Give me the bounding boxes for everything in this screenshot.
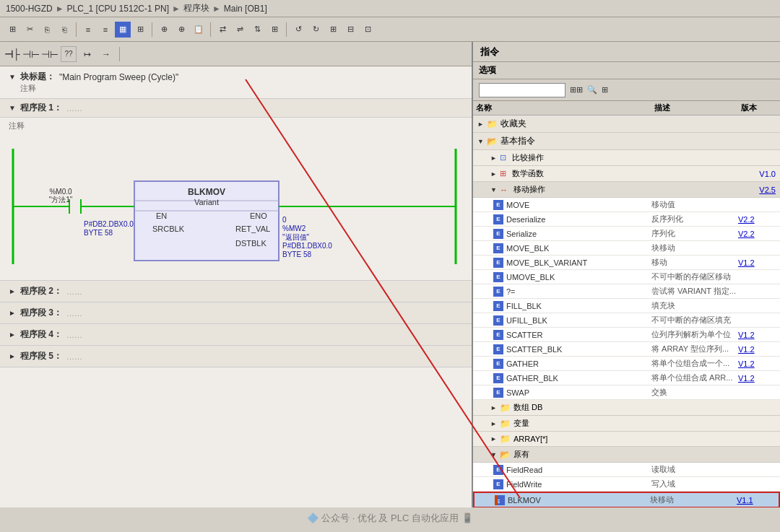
seg2-dots: …… [66, 287, 82, 296]
svg-text:P#DB1.DBX0.0: P#DB1.DBX0.0 [282, 242, 332, 250]
cat-array-star-label: ARRAY[*] [514, 435, 547, 443]
seg4-label: 程序段 4： [20, 328, 62, 341]
array-star-icon: 📁 [500, 434, 511, 444]
toolbar-btn-9[interactable]: ⊕ [156, 22, 172, 38]
item-MOVE_BLK[interactable]: EMOVE_BLK 块移动 [473, 241, 780, 256]
breadcrumb-part-3[interactable]: Main [OB1] [224, 4, 267, 14]
svg-text:SRCBLK: SRCBLK [152, 224, 185, 233]
instruction-tree[interactable]: 名称 描述 版本 ► 📁 收藏夹 ▼ 📂 基本指令 ► ⊡ 比较操作 [473, 101, 780, 507]
rung-area: %M0.0 "方法1" BLKMOV Variant EN ENO SRCBLK… [0, 133, 472, 280]
item-FILL_BLK[interactable]: EFILL_BLK 填充块 [473, 299, 780, 313]
Ser-icon: E [493, 229, 503, 239]
toolbar-btn-5[interactable]: ≡ [80, 22, 96, 38]
toolbar-btn-20[interactable]: ⊡ [360, 22, 376, 38]
expand-icon[interactable]: ⊞ [602, 85, 608, 95]
seg4-dots: …… [66, 331, 82, 339]
toolbar-btn-14[interactable]: ⇅ [249, 22, 265, 38]
seg1-triangle[interactable]: ▼ [9, 104, 16, 112]
item-FieldRead[interactable]: EFieldRead 读取域 [473, 463, 780, 477]
item-SCATTER_BLK[interactable]: ESCATTER_BLK 将 ARRAY 型位序列... V1.2 [473, 342, 780, 357]
cat-original[interactable]: ▼ 📂 原有 [473, 447, 780, 463]
tree-header: 名称 描述 版本 [473, 101, 780, 115]
contact-p-btn[interactable]: ⊣⊢ [42, 46, 58, 62]
cat-compare[interactable]: ► ⊡ 比较操作 [473, 150, 780, 166]
item-BLKMOV[interactable]: E BLKMOV 块移动 V1.1 [473, 492, 780, 507]
MOVEBLK-icon: E [493, 243, 503, 253]
contact-q-btn[interactable]: ?? [61, 46, 77, 62]
seg3-triangle: ► [9, 309, 16, 317]
block-title-triangle[interactable]: ▼ [9, 73, 16, 81]
cat-basic[interactable]: ▼ 📂 基本指令 [473, 133, 780, 150]
search-input[interactable] [479, 83, 566, 97]
toolbar-btn-2[interactable]: ✂ [22, 22, 38, 38]
toolbar-btn-12[interactable]: ⇄ [214, 22, 230, 38]
toolbar-btn-10[interactable]: ⊕ [173, 22, 189, 38]
item-Serialize[interactable]: ESerialize 序列化 V2.2 [473, 227, 780, 241]
coil-btn[interactable]: ↦ [79, 46, 95, 62]
toolbar-btn-18[interactable]: ⊞ [325, 22, 341, 38]
item-GATHER[interactable]: EGATHER 将单个位组合成一个... V1.2 [473, 357, 780, 371]
cat-array-star[interactable]: ► 📁 ARRAY[*] [473, 432, 780, 447]
basic-folder-icon: 📂 [487, 136, 498, 147]
contact-no-btn[interactable]: ⊣⊢ [23, 46, 39, 62]
item-Deserialize[interactable]: EDeserialize 反序列化 V2.2 [473, 212, 780, 227]
cat-math[interactable]: ► ⊞ 数学函数 V1.0 [473, 166, 780, 182]
item-MOVE_BLK_VARIANT[interactable]: EMOVE_BLK_VARIANT 移动 V1.2 [473, 256, 780, 270]
seg3-label: 程序段 3： [20, 307, 62, 319]
cat-array-db[interactable]: ► 📁 数组 DB [473, 400, 780, 416]
GATHER-icon: E [493, 359, 503, 369]
item-MOVE[interactable]: EMOVE 移动值 [473, 198, 780, 212]
toolbar-btn-8[interactable]: ⊞ [132, 22, 148, 38]
item-UMOVE_BLK[interactable]: EUMOVE_BLK 不可中断的存储区移动 [473, 270, 780, 284]
toolbar-btn-4[interactable]: ⎗ [56, 22, 72, 38]
segment-2[interactable]: ► 程序段 2： …… [0, 281, 472, 302]
main-layout: ⊣├ ⊣⊢ ⊣⊢ ?? ↦ → ▼ 块标题： "Main Program Swe… [0, 42, 780, 507]
search-filter-icon[interactable]: ⊞⊞ [570, 85, 583, 95]
ladder-svg: %M0.0 "方法1" BLKMOV Variant EN ENO SRCBLK… [12, 141, 459, 271]
svg-text:DSTBLK: DSTBLK [235, 239, 266, 248]
toolbar-btn-17[interactable]: ↻ [308, 22, 324, 38]
segment-1: ▼ 程序段 1： …… 注释 [0, 99, 472, 281]
move-ver[interactable]: V2.5 [759, 186, 776, 194]
FILLBLK-icon: E [493, 301, 503, 311]
seg1-dots: …… [66, 104, 82, 113]
toolbar-btn-15[interactable]: ⊞ [266, 22, 282, 38]
segment-3[interactable]: ► 程序段 3： …… [0, 302, 472, 324]
basic-triangle: ▼ [477, 138, 484, 145]
open-branch-btn[interactable]: → [98, 46, 114, 62]
toolbar-btn-1[interactable]: ⊞ [4, 22, 20, 38]
toolbar-btn-7[interactable]: ▦ [115, 22, 131, 38]
search-icon[interactable]: 🔍 [587, 85, 597, 95]
item-GATHER_BLK[interactable]: EGATHER_BLK 将单个位组合成 ARR... V1.2 [473, 371, 780, 385]
breadcrumb-part-1[interactable]: PLC_1 [CPU 1512C-1 PN] [67, 4, 169, 14]
item-FieldWrite[interactable]: EFieldWrite 写入域 [473, 477, 780, 492]
item-UFILL_BLK[interactable]: EUFILL_BLK 不可中断的存储区填充 [473, 313, 780, 328]
breadcrumb-part-2[interactable]: 程序块 [183, 2, 209, 14]
contact-nc-btn[interactable]: ⊣├ [4, 46, 20, 62]
math-ver: V1.0 [759, 170, 776, 178]
toolbar-btn-3[interactable]: ⎘ [39, 22, 55, 38]
array-db-icon: 📁 [500, 403, 511, 413]
segment-4[interactable]: ► 程序段 4： …… [0, 324, 472, 346]
cat-favorites[interactable]: ► 📁 收藏夹 [473, 115, 780, 133]
segment-1-header[interactable]: ▼ 程序段 1： …… [0, 99, 472, 118]
toolbar-btn-6[interactable]: ≡ [98, 22, 113, 38]
main-toolbar: ⊞ ✂ ⎘ ⎗ ≡ ≡ ▦ ⊞ ⊕ ⊕ 📋 ⇄ ⇌ ⇅ ⊞ ↺ ↻ ⊞ ⊟ ⊡ [0, 17, 780, 42]
ladder-sep-1 [119, 47, 120, 61]
item-variant-eq[interactable]: E?= 尝试将 VARIANT 指定... [473, 284, 780, 299]
toolbar-btn-19[interactable]: ⊟ [342, 22, 358, 38]
svg-text:"方法1": "方法1" [49, 196, 73, 204]
breadcrumb-part-0[interactable]: 1500-HGZD [6, 4, 53, 14]
cat-move[interactable]: ▼ ↔ 移动操作 V2.5 [473, 182, 780, 198]
item-SWAP[interactable]: ESWAP 交换 [473, 385, 780, 400]
toolbar-btn-11[interactable]: 📋 [191, 22, 207, 38]
toolbar-btn-13[interactable]: ⇌ [232, 22, 248, 38]
item-SCATTER[interactable]: ESCATTER 位列序列解析为单个位 V1.2 [473, 328, 780, 342]
cat-variables[interactable]: ► 📁 变量 [473, 416, 780, 432]
toolbar-btn-16[interactable]: ↺ [290, 22, 306, 38]
cat-variables-label: 变量 [514, 418, 529, 429]
SCATTER-icon: E [493, 330, 503, 340]
segment-5[interactable]: ► 程序段 5： …… [0, 346, 472, 367]
block-title-section: ▼ 块标题： "Main Program Sweep (Cycle)" 注释 [0, 66, 472, 99]
MOVE-icon: E [493, 200, 503, 210]
